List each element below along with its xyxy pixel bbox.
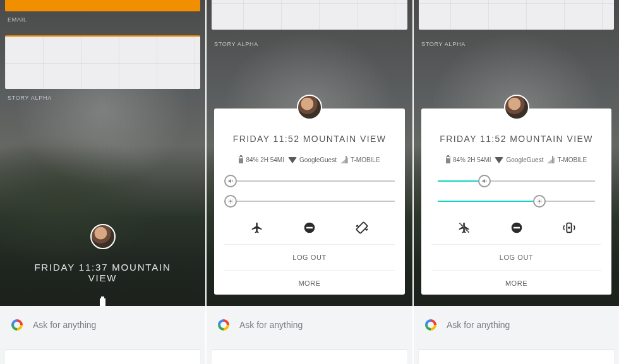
brightness-icon — [533, 195, 546, 208]
search-placeholder: Ask for anything — [447, 320, 510, 330]
avatar[interactable] — [297, 95, 322, 120]
volume-icon — [224, 175, 237, 187]
rotation-lock-toggle[interactable] — [562, 220, 577, 235]
screen-1: EMAIL STORY ALPHA FRIDAY 11:37 MOUNTAIN … — [0, 0, 205, 364]
brightness-icon — [224, 195, 237, 208]
cell-signal-icon — [547, 157, 555, 163]
search-placeholder: Ask for anything — [239, 320, 303, 330]
svg-point-10 — [568, 226, 570, 229]
story-label: STORY ALPHA — [8, 95, 52, 101]
battery-status[interactable]: 84% 2H 54MI — [446, 156, 491, 163]
story-label: STORY ALPHA — [421, 41, 466, 47]
volume-slider[interactable] — [224, 175, 395, 187]
quick-settings-collapsed[interactable]: FRIDAY 11:37 MOUNTAIN VIEW — [25, 224, 180, 308]
story-card[interactable] — [419, 0, 614, 30]
brightness-slider[interactable] — [224, 195, 395, 208]
wifi-status[interactable]: GoogleGuest — [288, 156, 337, 163]
cell-signal-icon — [340, 157, 348, 163]
google-logo-icon — [425, 319, 436, 331]
status-row: 84% 2H 54MI GoogleGuest T-MOBILE — [224, 156, 395, 163]
more-button[interactable]: MORE — [431, 271, 601, 295]
do-not-disturb-toggle[interactable] — [302, 220, 317, 235]
battery-icon — [446, 156, 450, 163]
cell-status[interactable]: T-MOBILE — [547, 156, 587, 163]
airplane-mode-toggle[interactable] — [457, 220, 472, 235]
wifi-icon — [495, 157, 503, 163]
search-bar[interactable]: Ask for anything — [207, 306, 412, 364]
datetime-location: FRIDAY 11:37 MOUNTAIN VIEW — [25, 262, 180, 283]
search-bar[interactable]: Ask for anything — [414, 306, 619, 364]
google-logo-icon — [218, 319, 229, 331]
screen-2: STORY ALPHA FRIDAY 11:52 MOUNTAIN VIEW 8… — [207, 0, 412, 364]
logout-button[interactable]: LOG OUT — [431, 245, 601, 271]
volume-icon — [478, 175, 491, 187]
svg-rect-8 — [514, 227, 520, 229]
status-row: 84% 2H 54MI GoogleGuest T-MOBILE — [431, 156, 601, 163]
svg-rect-3 — [356, 222, 368, 233]
svg-point-4 — [538, 200, 540, 202]
svg-rect-2 — [306, 227, 313, 229]
auto-rotate-toggle[interactable] — [354, 220, 370, 235]
logout-button[interactable]: LOG OUT — [224, 245, 395, 271]
email-card[interactable] — [5, 0, 200, 11]
search-placeholder: Ask for anything — [33, 320, 96, 330]
screen-3: STORY ALPHA FRIDAY 11:52 MOUNTAIN VIEW 8… — [414, 0, 619, 364]
search-bar[interactable]: Ask for anything — [0, 306, 205, 364]
battery-icon — [239, 156, 243, 163]
avatar[interactable] — [504, 95, 529, 120]
story-card[interactable] — [212, 0, 407, 30]
airplane-mode-toggle[interactable] — [249, 220, 265, 235]
cell-status[interactable]: T-MOBILE — [340, 156, 380, 163]
email-label: EMAIL — [8, 16, 27, 23]
datetime-location: FRIDAY 11:52 MOUNTAIN VIEW — [431, 134, 601, 144]
volume-slider[interactable] — [431, 175, 601, 187]
story-label: STORY ALPHA — [214, 41, 258, 47]
battery-status[interactable]: 84% 2H 54MI — [239, 156, 284, 163]
svg-point-0 — [229, 200, 231, 202]
toggle-row — [431, 219, 601, 245]
do-not-disturb-toggle[interactable] — [509, 220, 524, 235]
story-card[interactable] — [5, 35, 200, 89]
quick-settings-panel: FRIDAY 11:52 MOUNTAIN VIEW 84% 2H 54MI G… — [214, 109, 405, 295]
toggle-row — [224, 219, 395, 245]
avatar[interactable] — [90, 224, 116, 249]
google-logo-icon — [11, 319, 23, 331]
wifi-icon — [288, 157, 297, 163]
quick-settings-panel: FRIDAY 11:52 MOUNTAIN VIEW 84% 2H 54MI G… — [421, 109, 611, 295]
brightness-slider[interactable] — [431, 195, 601, 208]
wifi-status[interactable]: GoogleGuest — [495, 156, 543, 163]
more-button[interactable]: MORE — [224, 271, 395, 295]
datetime-location: FRIDAY 11:52 MOUNTAIN VIEW — [224, 134, 395, 144]
